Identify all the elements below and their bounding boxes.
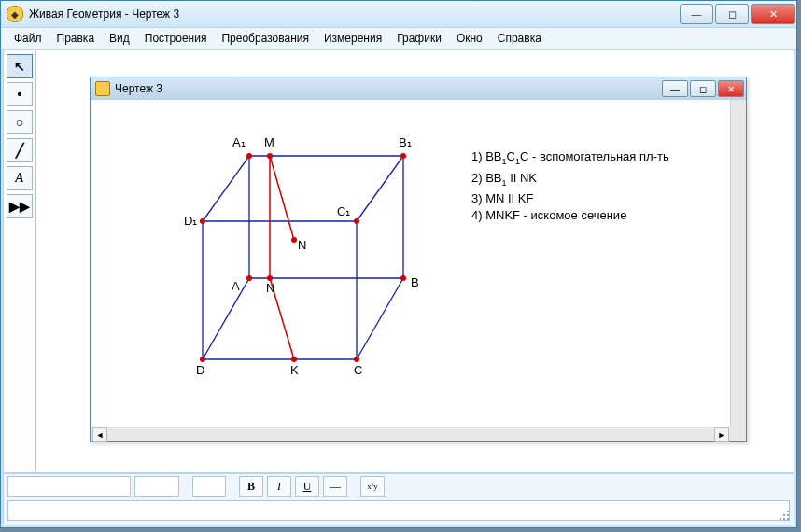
menu-view[interactable]: Вид bbox=[102, 30, 137, 47]
menu-window[interactable]: Окно bbox=[449, 30, 490, 47]
label-D1: D₁ bbox=[184, 214, 197, 228]
label-N: N bbox=[298, 238, 306, 252]
bold-button[interactable]: B bbox=[239, 476, 263, 497]
label-C1: C₁ bbox=[337, 204, 350, 218]
label-M: M bbox=[264, 135, 274, 149]
workspace: ↖ • ○ ╱ A ▶▶ Чертеж 3 — ◻ ✕ bbox=[3, 49, 794, 473]
app-icon: ◆ bbox=[7, 6, 23, 22]
svg-rect-29 bbox=[787, 514, 789, 516]
label-B: B bbox=[411, 275, 419, 289]
svg-rect-32 bbox=[787, 518, 789, 520]
label-K: K bbox=[290, 363, 299, 377]
minimize-button[interactable]: — bbox=[680, 4, 713, 24]
tool-segment[interactable]: ╱ bbox=[7, 138, 33, 162]
close-button[interactable]: ✕ bbox=[751, 4, 795, 24]
svg-point-23 bbox=[267, 153, 273, 159]
menubar: Файл Правка Вид Построения Преобразовани… bbox=[1, 28, 796, 49]
proof-text[interactable]: 1) BB1C1C - вспомогательная пл-ть 2) BB1… bbox=[471, 148, 669, 224]
child-minimize-button[interactable]: — bbox=[662, 80, 688, 97]
svg-line-9 bbox=[357, 156, 403, 221]
svg-line-8 bbox=[203, 156, 249, 221]
menu-measure[interactable]: Измерения bbox=[316, 30, 389, 47]
menu-graph[interactable]: Графики bbox=[389, 30, 449, 47]
svg-point-19 bbox=[246, 275, 252, 281]
svg-line-10 bbox=[357, 278, 403, 359]
label-A: A bbox=[232, 279, 240, 293]
tool-point[interactable]: • bbox=[7, 82, 33, 106]
menu-file[interactable]: Файл bbox=[7, 30, 49, 47]
menu-transform[interactable]: Преобразования bbox=[214, 30, 316, 47]
svg-line-12 bbox=[270, 156, 294, 240]
color-field[interactable] bbox=[192, 476, 226, 497]
label-A1: A₁ bbox=[232, 135, 246, 149]
math-button[interactable]: x/y bbox=[360, 476, 385, 497]
child-maximize-button[interactable]: ◻ bbox=[690, 80, 716, 97]
svg-point-16 bbox=[400, 153, 406, 159]
label-D: D bbox=[196, 363, 204, 377]
font-name-field[interactable] bbox=[7, 476, 131, 497]
toolbox: ↖ • ○ ╱ A ▶▶ bbox=[4, 50, 36, 472]
scroll-right-button[interactable]: ► bbox=[714, 427, 729, 442]
svg-line-11 bbox=[203, 278, 249, 359]
svg-point-20 bbox=[400, 275, 406, 281]
horizontal-scrollbar[interactable]: ◄ ► bbox=[91, 427, 731, 441]
menu-help[interactable]: Справка bbox=[490, 30, 549, 47]
label-N2: N bbox=[266, 281, 274, 295]
svg-rect-30 bbox=[780, 518, 781, 520]
svg-rect-31 bbox=[783, 518, 785, 520]
app-title: Живая Геометрия - Чертеж 3 bbox=[29, 7, 679, 21]
svg-point-22 bbox=[354, 357, 359, 362]
tool-arrow[interactable]: ↖ bbox=[7, 54, 33, 78]
drawing-canvas[interactable]: A₁ M B₁ D₁ C₁ N A N B D K bbox=[91, 100, 731, 427]
menu-edit[interactable]: Правка bbox=[49, 30, 103, 47]
svg-point-24 bbox=[291, 237, 297, 243]
scrollbar-corner bbox=[731, 427, 746, 441]
label-C: C bbox=[354, 363, 362, 377]
scroll-left-button[interactable]: ◄ bbox=[92, 427, 107, 442]
svg-point-21 bbox=[200, 357, 205, 362]
svg-point-17 bbox=[200, 218, 205, 224]
svg-rect-28 bbox=[783, 514, 785, 516]
menu-construct[interactable]: Построения bbox=[137, 30, 215, 47]
child-close-button[interactable]: ✕ bbox=[718, 80, 744, 97]
child-window: Чертеж 3 — ◻ ✕ bbox=[90, 77, 747, 442]
status-message bbox=[7, 500, 790, 521]
child-icon bbox=[95, 81, 110, 96]
child-title: Чертеж 3 bbox=[115, 82, 660, 95]
label-B1: B₁ bbox=[399, 135, 412, 149]
svg-point-26 bbox=[291, 357, 297, 362]
strike-button[interactable]: — bbox=[323, 476, 347, 497]
svg-point-18 bbox=[354, 218, 359, 224]
underline-button[interactable]: U bbox=[295, 476, 319, 497]
font-size-field[interactable] bbox=[134, 476, 179, 497]
svg-point-15 bbox=[246, 153, 252, 159]
vertical-scrollbar[interactable] bbox=[730, 100, 746, 427]
status-bar: B I U — x/y bbox=[3, 473, 794, 525]
italic-button[interactable]: I bbox=[267, 476, 291, 497]
tool-text[interactable]: A bbox=[7, 166, 33, 190]
svg-rect-27 bbox=[787, 511, 789, 512]
tool-circle[interactable]: ○ bbox=[7, 110, 33, 134]
tool-custom[interactable]: ▶▶ bbox=[7, 194, 33, 218]
resize-grip-icon[interactable] bbox=[778, 509, 791, 522]
child-titlebar[interactable]: Чертеж 3 — ◻ ✕ bbox=[91, 77, 746, 101]
maximize-button[interactable]: ◻ bbox=[715, 4, 749, 24]
app-titlebar: ◆ Живая Геометрия - Чертеж 3 — ◻ ✕ bbox=[1, 1, 796, 28]
